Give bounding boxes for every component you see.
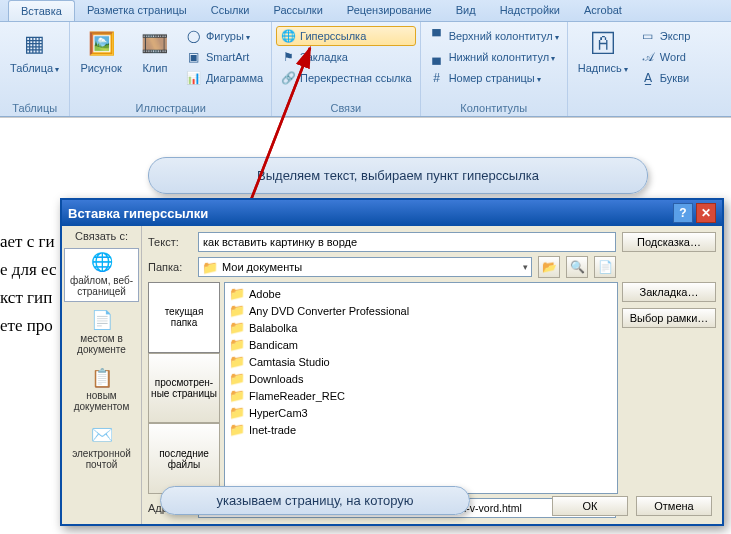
folder-combo[interactable]: 📁 Мои документы ▾: [198, 257, 532, 277]
view-browsed-pages[interactable]: просмотрен-ные страницы: [148, 353, 220, 424]
express-button[interactable]: ▭Экспр: [636, 26, 694, 46]
close-button[interactable]: ✕: [696, 203, 716, 223]
globe-icon: 🌐: [91, 253, 113, 273]
link-to-label: Связать с:: [64, 230, 139, 244]
header-button[interactable]: ▀Верхний колонтитул: [425, 26, 563, 46]
clip-icon: 🎞️: [139, 28, 171, 60]
ribbon-tabs: Вставка Разметка страницы Ссылки Рассылк…: [0, 0, 731, 22]
shapes-label: Фигуры: [206, 30, 250, 42]
linkto-place-doc[interactable]: 📄местом в документе: [64, 306, 139, 360]
group-links: 🌐Гиперссылка ⚑Закладка 🔗Перекрестная ссы…: [272, 22, 421, 116]
link-to-panel: Связать с: 🌐файлом, веб-страницей 📄место…: [62, 226, 142, 524]
list-item[interactable]: 📁Adobe: [227, 285, 615, 302]
tab-acrobat[interactable]: Acrobat: [572, 0, 634, 21]
list-item[interactable]: 📁FlameReader_REC: [227, 387, 615, 404]
pagenum-label: Номер страницы: [449, 72, 541, 84]
bookmark-icon: ⚑: [280, 49, 296, 65]
tab-view[interactable]: Вид: [444, 0, 488, 21]
group-label-text: [572, 113, 694, 116]
browse-view-tabs: текущая папка просмотрен-ные страницы по…: [148, 282, 220, 494]
list-item[interactable]: 📁Downloads: [227, 370, 615, 387]
dropcap-label: Букви: [660, 72, 689, 84]
browse-web-button[interactable]: 🔍: [566, 256, 588, 278]
wordart-button[interactable]: 𝒜Word: [636, 47, 694, 67]
group-label-illustrations: Иллюстрации: [74, 101, 267, 116]
textbox-label: Надпись: [578, 62, 628, 74]
bookmark-button[interactable]: ⚑Закладка: [276, 47, 416, 67]
clip-label: Клип: [142, 62, 167, 74]
group-label-tables: Таблицы: [4, 101, 65, 116]
doc-icon: 📄: [91, 311, 113, 331]
tab-addins[interactable]: Надстройки: [488, 0, 572, 21]
table-button[interactable]: ▦ Таблица: [4, 26, 65, 76]
ok-button[interactable]: ОК: [552, 496, 628, 516]
tab-insert[interactable]: Вставка: [8, 0, 75, 21]
shapes-button[interactable]: ◯Фигуры: [182, 26, 267, 46]
list-item[interactable]: 📁HyperCam3: [227, 404, 615, 421]
linkto-email[interactable]: ✉️электронной почтой: [64, 421, 139, 475]
tab-mailings[interactable]: Рассылки: [261, 0, 334, 21]
linkto-file-web[interactable]: 🌐файлом, веб-страницей: [64, 248, 139, 302]
annotation-callout-1: Выделяем текст, выбираем пункт гиперссыл…: [148, 157, 648, 194]
table-button-label: Таблица: [10, 62, 59, 74]
textbox-button[interactable]: 🄰 Надпись: [572, 26, 634, 76]
tab-review[interactable]: Рецензирование: [335, 0, 444, 21]
footer-label: Нижний колонтитул: [449, 51, 556, 63]
crossref-label: Перекрестная ссылка: [300, 72, 412, 84]
help-button[interactable]: ?: [673, 203, 693, 223]
list-item[interactable]: 📁Inet-trade: [227, 421, 615, 438]
mail-icon: ✉️: [91, 426, 113, 446]
dialog-titlebar[interactable]: Вставка гиперссылки ? ✕: [62, 200, 722, 226]
dialog-main: Текст: Подсказка… Папка: 📁 Мои документы…: [142, 226, 722, 524]
tab-pagelayout[interactable]: Разметка страницы: [75, 0, 199, 21]
folder-icon: 📁: [229, 320, 245, 335]
newdoc-icon: 📋: [91, 369, 113, 389]
hyperlink-dialog: Вставка гиперссылки ? ✕ Связать с: 🌐файл…: [60, 198, 724, 526]
view-recent-files[interactable]: последние файлы: [148, 423, 220, 494]
smartart-label: SmartArt: [206, 51, 249, 63]
dropcap-button[interactable]: A̲Букви: [636, 68, 694, 88]
express-label: Экспр: [660, 30, 690, 42]
list-item[interactable]: 📁Any DVD Converter Professional: [227, 302, 615, 319]
up-folder-button[interactable]: 📂: [538, 256, 560, 278]
clip-button[interactable]: 🎞️ Клип: [130, 26, 180, 76]
folder-icon: 📁: [229, 388, 245, 403]
list-item[interactable]: 📁Balabolka: [227, 319, 615, 336]
footer-button[interactable]: ▄Нижний колонтитул: [425, 47, 563, 67]
crossref-button[interactable]: 🔗Перекрестная ссылка: [276, 68, 416, 88]
group-label-headerfooter: Колонтитулы: [425, 101, 563, 116]
tab-references[interactable]: Ссылки: [199, 0, 262, 21]
folder-label: Папка:: [148, 261, 192, 273]
bookmark-dialog-button[interactable]: Закладка…: [622, 282, 716, 302]
smartart-button[interactable]: ▣SmartArt: [182, 47, 267, 67]
folder-icon: 📁: [229, 371, 245, 386]
textbox-icon: 🄰: [587, 28, 619, 60]
bookmark-label: Закладка: [300, 51, 348, 63]
screentip-button[interactable]: Подсказка…: [622, 232, 716, 252]
linkto-new-doc[interactable]: 📋новым документом: [64, 364, 139, 418]
text-label: Текст:: [148, 236, 192, 248]
wordart-icon: 𝒜: [640, 49, 656, 65]
picture-button[interactable]: 🖼️ Рисунок: [74, 26, 128, 76]
chart-icon: 📊: [186, 70, 202, 86]
list-item[interactable]: 📁Camtasia Studio: [227, 353, 615, 370]
view-current-folder[interactable]: текущая папка: [148, 282, 220, 353]
document-text-fragment: ает с ги е для ес кст гип ете про: [0, 228, 62, 340]
chart-button[interactable]: 📊Диаграмма: [182, 68, 267, 88]
browse-file-button[interactable]: 📄: [594, 256, 616, 278]
group-illustrations: 🖼️ Рисунок 🎞️ Клип ◯Фигуры ▣SmartArt 📊Ди…: [70, 22, 272, 116]
target-frame-button[interactable]: Выбор рамки…: [622, 308, 716, 328]
display-text-input[interactable]: [198, 232, 616, 252]
file-list[interactable]: 📁Adobe📁Any DVD Converter Professional📁Ba…: [224, 282, 618, 494]
folder-icon: 📁: [229, 303, 245, 318]
hyperlink-button[interactable]: 🌐Гиперссылка: [276, 26, 416, 46]
dialog-title: Вставка гиперссылки: [68, 206, 670, 221]
cancel-button[interactable]: Отмена: [636, 496, 712, 516]
header-icon: ▀: [429, 28, 445, 44]
annotation-callout-2: указываем страницу, на которую: [160, 486, 470, 515]
footer-icon: ▄: [429, 49, 445, 65]
list-item[interactable]: 📁Bandicam: [227, 336, 615, 353]
pagenum-button[interactable]: #Номер страницы: [425, 68, 563, 88]
picture-icon: 🖼️: [85, 28, 117, 60]
wordart-label: Word: [660, 51, 686, 63]
